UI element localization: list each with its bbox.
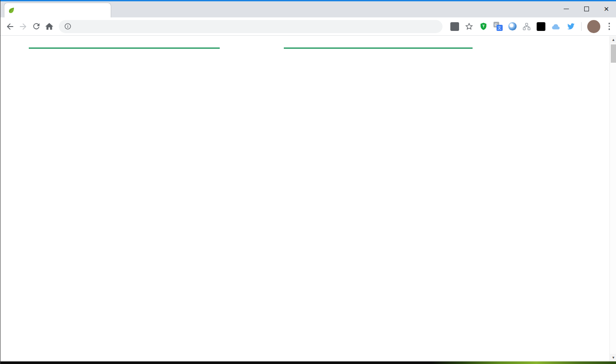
favicon-leaf-icon	[8, 7, 15, 14]
toolbar-separator	[581, 22, 582, 31]
cloud-icon[interactable]	[551, 23, 561, 30]
title-bar: ✕	[0, 0, 616, 17]
window-maximize-button[interactable]	[576, 1, 596, 16]
browser-window: ✕ T G	[0, 0, 616, 364]
scroll-up-arrow-icon[interactable]: ▲	[610, 36, 616, 44]
close-icon: ✕	[604, 6, 609, 12]
desktop-edge-strip	[0, 361, 616, 364]
window-close-button[interactable]: ✕	[596, 1, 616, 16]
summary-title-underline	[284, 47, 473, 49]
browser-toolbar: T G 文	[0, 17, 616, 36]
browser-tab[interactable]	[4, 3, 111, 17]
window-accent-strip	[0, 0, 616, 1]
forward-button[interactable]	[17, 20, 29, 34]
sitemap-icon[interactable]	[522, 22, 531, 31]
page-info-icon[interactable]	[64, 23, 71, 30]
address-bar[interactable]	[59, 20, 442, 33]
file-preview-area: ▲ ▼	[0, 36, 616, 361]
page-translate-icon[interactable]	[450, 22, 459, 31]
home-button[interactable]	[44, 20, 55, 34]
scrollbar-thumb[interactable]	[611, 44, 616, 63]
back-button[interactable]	[4, 20, 16, 34]
browser-menu-button[interactable]	[606, 23, 613, 30]
extension-badge-01[interactable]	[537, 22, 545, 31]
window-minimize-button[interactable]	[556, 1, 576, 16]
reload-button[interactable]	[31, 20, 42, 34]
svg-text:T: T	[482, 24, 485, 28]
vertical-scrollbar[interactable]: ▲ ▼	[609, 36, 616, 361]
bird-icon[interactable]	[566, 22, 575, 30]
bookmark-star-icon[interactable]	[465, 22, 473, 31]
tampermonkey-shield-icon[interactable]: T	[479, 22, 488, 31]
input-title-underline	[29, 47, 220, 49]
extensions-area: T G 文	[450, 20, 613, 33]
maximize-icon	[584, 7, 589, 11]
google-translate-icon[interactable]: G 文	[493, 22, 503, 31]
profile-avatar[interactable]	[587, 20, 600, 33]
scroll-down-arrow-icon[interactable]: ▼	[610, 354, 616, 361]
extension-swirl-icon[interactable]	[508, 22, 517, 30]
minimize-icon	[564, 9, 569, 9]
